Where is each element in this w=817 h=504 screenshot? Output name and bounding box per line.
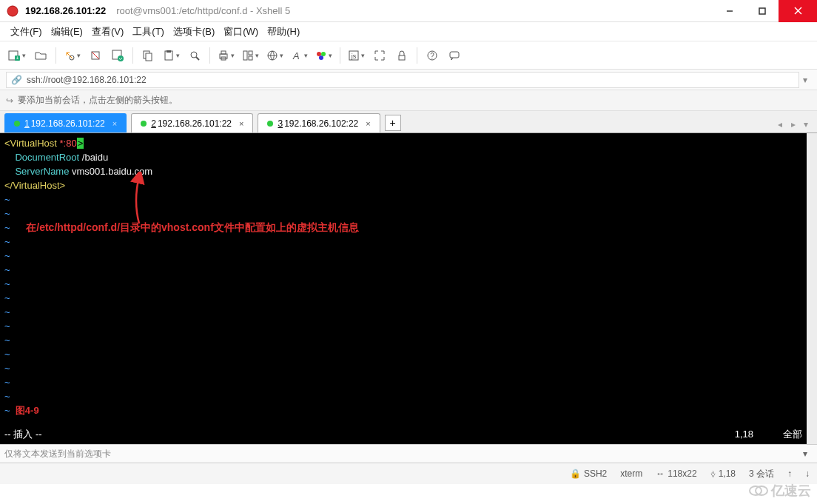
svg-point-28	[321, 52, 326, 56]
copy-button[interactable]	[138, 45, 158, 66]
tab-label: 192.168.26.101:22	[158, 118, 232, 129]
svg-rect-14	[146, 53, 152, 61]
terminal-line: ServerName vms001.baidu.com	[4, 164, 802, 178]
svg-point-12	[118, 56, 124, 61]
send-input[interactable]: 仅将文本发送到当前选项卡	[4, 448, 798, 460]
send-dropdown-icon[interactable]: ▾	[798, 448, 813, 459]
terminal-tilde: ~	[4, 305, 802, 319]
link-icon: 🔗	[11, 75, 22, 85]
menu-file[interactable]: 文件(F)	[10, 25, 42, 38]
statusbar: 🔒SSH2 xterm ↔118x22 ⎀1,18 3 会话 ↑ ↓	[0, 463, 817, 484]
reconnect-button[interactable]	[61, 45, 84, 66]
app-icon	[6, 4, 19, 18]
status-dot-icon	[267, 121, 273, 127]
status-up-icon[interactable]: ↑	[787, 468, 792, 479]
svg-text:A: A	[292, 50, 300, 61]
language-button[interactable]	[263, 45, 286, 66]
watermark-logo: 亿速云	[749, 482, 811, 500]
tab-nav-arrows[interactable]: ◂ ▸ ▾	[778, 119, 811, 130]
terminal-annotation-line: ~ 在/etc/httpd/conf.d/目录中的vhost.conf文件中配置…	[4, 221, 802, 235]
disconnect-button[interactable]	[85, 45, 106, 66]
terminal-tilde: ~	[4, 277, 802, 291]
print-button[interactable]	[215, 45, 238, 66]
toolbar-separator	[56, 47, 56, 64]
terminal-tilde: ~	[4, 375, 802, 389]
lock-button[interactable]	[391, 45, 412, 66]
properties-button[interactable]	[107, 45, 128, 66]
session-tab-2[interactable]: 2 192.168.26.101:22 ×	[131, 113, 253, 132]
vim-mode: -- 插入 --	[4, 427, 42, 441]
layout-button[interactable]	[239, 45, 262, 66]
status-cursor: ⎀1,18	[710, 468, 736, 479]
terminal-tilde: ~	[4, 333, 802, 347]
menu-edit[interactable]: 编辑(E)	[51, 25, 83, 38]
svg-rect-2	[759, 8, 765, 14]
help-button[interactable]: ?	[422, 45, 443, 66]
svg-point-27	[317, 52, 321, 56]
add-tab-button[interactable]: +	[385, 115, 401, 131]
svg-rect-24	[249, 56, 252, 60]
maximize-button[interactable]	[746, 0, 779, 22]
close-button[interactable]	[779, 0, 817, 22]
script-button[interactable]: js	[345, 45, 368, 66]
terminal-pane[interactable]: <VirtualHost *:80> DocumentRoot /baidu S…	[0, 133, 817, 444]
svg-rect-23	[249, 51, 252, 55]
svg-text:+: +	[16, 55, 19, 60]
font-button[interactable]: A	[288, 45, 311, 66]
tab-close-icon[interactable]: ×	[112, 119, 117, 128]
terminal-tilde: ~	[4, 291, 802, 305]
tab-accel: 3	[278, 118, 283, 129]
tabs-row: 1 192.168.26.101:22 × 2 192.168.26.101:2…	[0, 111, 817, 133]
find-button[interactable]	[184, 45, 205, 66]
hint-arrow-icon[interactable]: ↪	[6, 95, 13, 106]
session-tab-1[interactable]: 1 192.168.26.101:22 ×	[4, 113, 127, 132]
tab-label: 192.168.26.101:22	[31, 118, 105, 129]
titlebar: 192.168.26.101:22 root@vms001:/etc/httpd…	[0, 0, 817, 22]
session-tab-3[interactable]: 3 192.168.26.102:22 ×	[258, 113, 380, 132]
status-size: ↔118x22	[656, 468, 696, 479]
resize-icon: ↔	[656, 468, 665, 479]
svg-line-10	[92, 52, 99, 59]
menu-window[interactable]: 窗口(W)	[223, 25, 258, 38]
minimize-button[interactable]	[713, 0, 746, 22]
window-buttons	[713, 0, 817, 22]
scrollbar-thumb[interactable]	[807, 133, 817, 163]
open-button[interactable]	[30, 45, 51, 66]
terminal-line: </VirtualHost>	[4, 178, 802, 192]
status-term: xterm	[620, 468, 642, 479]
color-button[interactable]	[312, 45, 335, 66]
svg-point-29	[319, 56, 323, 60]
toolbar-separator	[340, 47, 340, 64]
svg-rect-32	[399, 56, 405, 60]
new-session-button[interactable]: +	[4, 45, 29, 66]
address-input[interactable]: 🔗 ssh://root@192.168.26.101:22	[6, 72, 799, 88]
menubar: 文件(F) 编辑(E) 查看(V) 工具(T) 选项卡(B) 窗口(W) 帮助(…	[0, 22, 817, 41]
address-dropdown-icon[interactable]: ▾	[799, 75, 811, 85]
terminal-tilde: ~	[4, 389, 802, 403]
terminal-tilde: ~	[4, 249, 802, 263]
paste-button[interactable]	[160, 45, 183, 66]
fullscreen-button[interactable]	[369, 45, 390, 66]
hintbar: ↪ 要添加当前会话，点击左侧的箭头按钮。	[0, 90, 817, 111]
tab-close-icon[interactable]: ×	[239, 119, 243, 128]
svg-rect-22	[243, 51, 247, 60]
feedback-button[interactable]	[444, 45, 465, 66]
terminal-tilde: ~	[4, 347, 802, 361]
hint-text: 要添加当前会话，点击左侧的箭头按钮。	[18, 94, 178, 107]
menu-help[interactable]: 帮助(H)	[267, 25, 300, 38]
figure-label: 图4-9	[16, 405, 39, 416]
window-title-main: 192.168.26.101:22	[25, 5, 106, 16]
tab-label: 192.168.26.102:22	[284, 118, 358, 129]
toolbar-separator	[417, 47, 417, 64]
menu-tab[interactable]: 选项卡(B)	[173, 25, 215, 38]
tab-close-icon[interactable]: ×	[366, 119, 370, 128]
status-sessions: 3 会话	[749, 468, 774, 480]
menu-tools[interactable]: 工具(T)	[132, 25, 164, 38]
tab-accel: 1	[24, 118, 30, 129]
terminal-tilde: ~	[4, 192, 802, 206]
address-text: ssh://root@192.168.26.101:22	[27, 75, 147, 85]
vim-cursor-pos: 1,18	[735, 427, 753, 441]
menu-view[interactable]: 查看(V)	[92, 25, 124, 38]
vim-statusline: -- 插入 -- 1,18 全部	[4, 427, 802, 441]
status-down-icon[interactable]: ↓	[805, 468, 810, 479]
